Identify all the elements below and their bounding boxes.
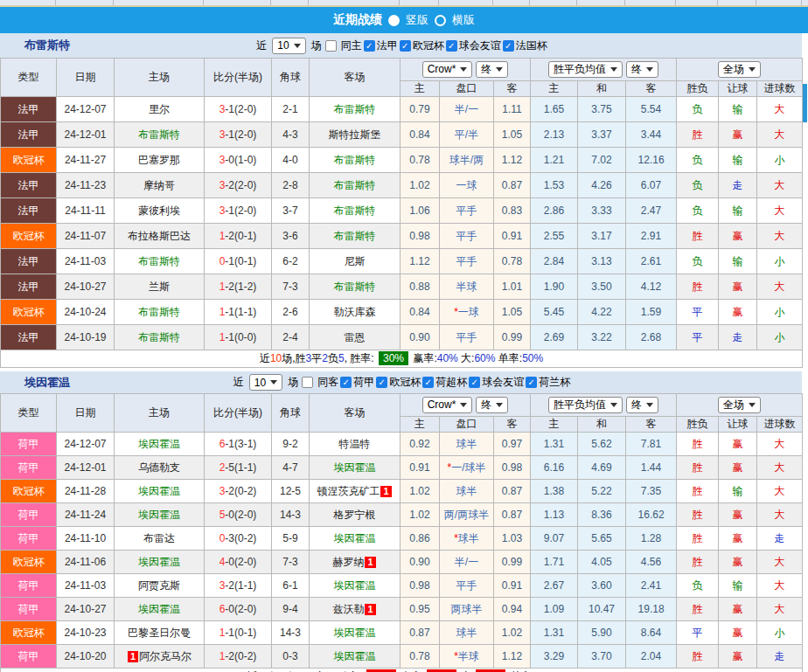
league-badge: 荷甲 xyxy=(1,456,57,480)
home-team-cell[interactable]: 布雷斯特 xyxy=(115,249,205,274)
match-count-select[interactable]: 10 xyxy=(249,374,282,391)
home-team-cell[interactable]: 摩纳哥 xyxy=(115,173,205,198)
home-team-cell[interactable]: 布雷斯特 xyxy=(115,300,205,325)
same-venue-checkbox[interactable] xyxy=(325,40,337,52)
away-team-cell[interactable]: 顿涅茨克矿工1 xyxy=(310,480,401,503)
layout-radio-vertical[interactable] xyxy=(388,15,400,26)
summary-part: 40% xyxy=(437,352,458,364)
score-cell: 3-1(2-0) xyxy=(205,122,272,148)
away-team-cell[interactable]: 埃因霍温 xyxy=(310,456,401,480)
home-team-name: 乌德勒支 xyxy=(138,461,180,474)
competition-label[interactable]: 法甲 xyxy=(377,38,398,53)
competition-label[interactable]: 欧冠杯 xyxy=(389,375,421,390)
competition-label[interactable]: 荷超杯 xyxy=(435,375,467,390)
match-count-select[interactable]: 10 xyxy=(272,38,305,54)
competition-label[interactable]: 球会友谊 xyxy=(459,38,501,53)
layout-radio-horizontal[interactable] xyxy=(435,15,446,26)
home-team-cell[interactable]: 埃因霍温 xyxy=(115,598,205,621)
scrollbar-thumb[interactable] xyxy=(803,84,807,122)
competition-checkbox[interactable]: ✓ xyxy=(400,40,411,52)
home-team-cell[interactable]: 布雷达 xyxy=(115,527,205,551)
away-team-cell[interactable]: 赫罗纳1 xyxy=(310,551,401,574)
same-venue-label[interactable]: 同客 xyxy=(317,375,338,390)
home-team-cell[interactable]: 兰斯 xyxy=(115,274,205,300)
competition-checkbox[interactable]: ✓ xyxy=(526,377,537,388)
home-team-cell[interactable]: 埃因霍温 xyxy=(115,433,205,456)
competition-checkbox[interactable]: ✓ xyxy=(469,377,480,388)
league-badge: 欧冠杯 xyxy=(1,480,57,503)
handicap-result: 走 xyxy=(719,325,757,350)
home-team-cell[interactable]: 乌德勒支 xyxy=(115,456,205,480)
competition-label[interactable]: 球会友谊 xyxy=(482,375,524,390)
away-team-cell[interactable]: 埃因霍温 xyxy=(310,527,401,551)
avg-final-select[interactable]: 终 xyxy=(626,397,658,413)
wdl-result: 平 xyxy=(677,621,719,645)
competition-label[interactable]: 荷兰杯 xyxy=(539,375,570,390)
home-team-cell[interactable]: 1阿尔克马尔 xyxy=(115,645,205,669)
same-venue-label[interactable]: 同主 xyxy=(341,38,362,53)
home-team-cell[interactable]: 阿贾克斯 xyxy=(115,574,205,598)
home-team-cell[interactable]: 里尔 xyxy=(115,97,205,122)
home-team-cell[interactable]: 巴黎圣日尔曼 xyxy=(115,621,205,645)
scope-select[interactable]: 全场 xyxy=(718,61,761,78)
away-team-cell[interactable]: 布雷斯特 xyxy=(310,97,401,122)
odds-final-select[interactable]: 终 xyxy=(476,397,508,413)
same-venue-checkbox[interactable] xyxy=(302,377,313,388)
away-team-cell[interactable]: 兹沃勒1 xyxy=(310,598,401,621)
away-team-cell[interactable]: 特温特 xyxy=(310,433,401,456)
scope-select-value: 全场 xyxy=(723,398,744,412)
competition-label[interactable]: 欧冠杯 xyxy=(413,38,444,53)
competition-label[interactable]: 荷甲 xyxy=(353,375,374,390)
avg-away-odds: 2.61 xyxy=(626,249,677,274)
odds-source-select[interactable]: Crow* xyxy=(422,61,473,78)
scope-select[interactable]: 全场 xyxy=(718,397,761,413)
layout-radio-vertical-label[interactable]: 竖版 xyxy=(406,12,428,28)
away-team-cell[interactable]: 布雷斯特 xyxy=(310,148,401,173)
away-team-cell[interactable]: 格罗宁根 xyxy=(310,503,401,527)
competition-checkbox[interactable]: ✓ xyxy=(364,40,375,52)
match-date: 24-11-07 xyxy=(57,224,115,249)
home-team-cell[interactable]: 巴塞罗那 xyxy=(115,148,205,173)
handicap-cell: 平手 xyxy=(440,574,494,598)
layout-radio-horizontal-label[interactable]: 横版 xyxy=(452,12,475,28)
competition-checkbox[interactable]: ✓ xyxy=(503,40,514,52)
away-team-cell[interactable]: 布雷斯特 xyxy=(310,274,401,300)
away-team-cell[interactable]: 布雷斯特 xyxy=(310,198,401,224)
competition-checkbox[interactable]: ✓ xyxy=(340,377,352,388)
home-team-cell[interactable]: 布雷斯特 xyxy=(115,325,205,350)
summary-part: 赢率: xyxy=(410,352,437,364)
away-team-cell[interactable]: 勒沃库森 xyxy=(310,300,401,325)
league-badge: 法甲 xyxy=(1,198,57,224)
away-odds: 0.78 xyxy=(494,249,531,274)
away-team-cell[interactable]: 埃因霍温 xyxy=(310,621,401,645)
home-team-cell[interactable]: 布雷斯特 xyxy=(115,122,205,148)
avg-final-select[interactable]: 终 xyxy=(626,61,658,78)
competition-checkbox[interactable]: ✓ xyxy=(376,377,387,388)
score-cell: 1-1(0-0) xyxy=(205,325,272,350)
away-team-cell[interactable]: 埃因霍温 xyxy=(310,574,401,598)
avg-home-odds: 9.07 xyxy=(531,527,578,551)
away-team-cell[interactable]: 斯特拉斯堡 xyxy=(310,122,401,148)
avg-odds-select[interactable]: 胜平负均值 xyxy=(548,61,623,78)
away-team-cell[interactable]: 布雷斯特 xyxy=(310,224,401,249)
odds-final-select[interactable]: 终 xyxy=(476,61,508,78)
competition-checkbox[interactable]: ✓ xyxy=(422,377,434,388)
home-team-cell[interactable]: 埃因霍温 xyxy=(115,503,205,527)
competition-label[interactable]: 法国杯 xyxy=(516,38,547,53)
away-odds: 0.99 xyxy=(494,325,531,350)
home-odds: 0.79 xyxy=(401,97,440,122)
home-team-cell[interactable]: 蒙彼利埃 xyxy=(115,198,205,224)
away-team-cell[interactable]: 雷恩 xyxy=(310,325,401,350)
home-team-cell[interactable]: 布拉格斯巴达 xyxy=(115,224,205,249)
avg-odds-select[interactable]: 胜平负均值 xyxy=(548,397,623,413)
competition-checkbox[interactable]: ✓ xyxy=(446,40,457,52)
away-team-cell[interactable]: 尼斯 xyxy=(310,249,401,274)
odds-source-select[interactable]: Crow* xyxy=(422,397,473,413)
home-team-name: 布雷斯特 xyxy=(138,128,180,141)
away-team-cell[interactable]: 埃因霍温 xyxy=(310,645,401,669)
home-team-cell[interactable]: 埃因霍温 xyxy=(115,480,205,503)
away-team-cell[interactable]: 布雷斯特 xyxy=(310,173,401,198)
home-team-cell[interactable]: 埃因霍温 xyxy=(115,551,205,574)
summary-part: 2 xyxy=(322,352,328,364)
league-badge: 荷甲 xyxy=(1,433,57,456)
